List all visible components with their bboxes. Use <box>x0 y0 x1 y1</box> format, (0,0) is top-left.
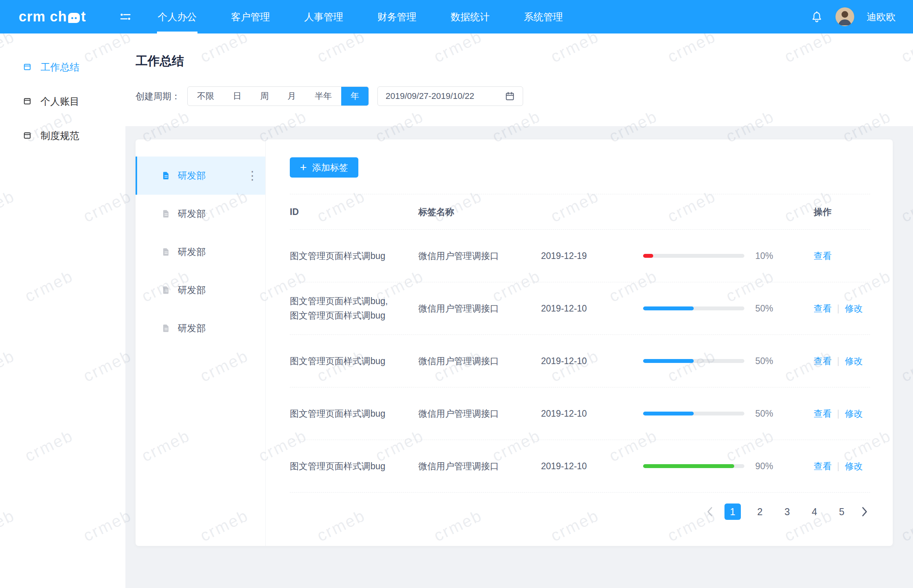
view-link[interactable]: 查看 <box>814 250 832 262</box>
header-tag-name: 标签名称 <box>418 206 541 218</box>
nav-item-personal-office[interactable]: 个人办公 <box>141 0 214 33</box>
nav-item-system-mgmt[interactable]: 系统管理 <box>507 0 580 33</box>
header-actions: 操作 <box>814 206 870 218</box>
tag-name-cell: 微信用户管理调接口 <box>418 355 541 367</box>
header-id: ID <box>290 207 418 217</box>
action-divider: | <box>837 461 839 472</box>
date-range-value: 2019/09/27-2019/10/22 <box>386 91 474 101</box>
date-cell: 2019-12-10 <box>541 356 643 366</box>
topbar-right: 迪欧欧 <box>811 7 896 26</box>
table-row: 图文管理页面样式调bug 微信用户管理调接口 2019-12-10 90% 查看… <box>290 440 870 493</box>
topbar: crm ch t 个人办公 客户管理 人事管理 财务管理 数据统计 系统管理 <box>0 0 913 33</box>
period-option-week[interactable]: 周 <box>251 87 278 106</box>
app-logo: crm ch t <box>19 9 86 25</box>
date-range-picker[interactable]: 2019/09/27-2019/10/22 <box>377 86 523 106</box>
personal-accounts-icon <box>23 97 32 106</box>
document-icon <box>161 171 171 180</box>
panel-card: 研发部 ⋮ 研发部 <box>136 139 893 546</box>
page-title: 工作总结 <box>136 53 897 69</box>
percent-cell: 90% <box>755 461 814 472</box>
task-id-cell: 图文管理页面样式调bug <box>290 459 418 474</box>
percent-cell: 10% <box>755 251 814 261</box>
percent-cell: 50% <box>755 356 814 366</box>
period-option-unlimited[interactable]: 不限 <box>188 87 224 106</box>
nav-item-finance-mgmt[interactable]: 财务管理 <box>360 0 434 33</box>
document-icon <box>161 285 171 295</box>
more-options-icon[interactable]: ⋮ <box>247 170 258 181</box>
percent-cell: 50% <box>755 408 814 419</box>
period-segmented-control: 不限 日 周 月 半年 年 <box>187 86 369 106</box>
view-link[interactable]: 查看 <box>814 408 832 420</box>
top-nav: 个人办公 客户管理 人事管理 财务管理 数据统计 系统管理 <box>141 0 580 33</box>
view-link[interactable]: 查看 <box>814 355 832 367</box>
date-cell: 2019-12-10 <box>541 303 643 314</box>
tag-name-cell: 微信用户管理调接口 <box>418 408 541 420</box>
work-summary-icon <box>23 62 32 72</box>
date-cell: 2019-12-10 <box>541 408 643 419</box>
edit-link[interactable]: 修改 <box>845 355 863 367</box>
period-option-month[interactable]: 月 <box>278 87 305 106</box>
add-tag-button[interactable]: + 添加标签 <box>290 157 358 178</box>
sidebar: 工作总结 个人账目 制度规范 <box>0 33 125 588</box>
period-option-year[interactable]: 年 <box>341 87 368 106</box>
date-cell: 2019-12-10 <box>541 461 643 472</box>
action-divider: | <box>837 356 839 366</box>
prev-page-icon[interactable] <box>707 507 714 517</box>
progress-bar <box>643 464 744 468</box>
avatar[interactable] <box>835 7 854 26</box>
sidebar-item-work-summary[interactable]: 工作总结 <box>0 50 125 84</box>
table-header-row: ID 标签名称 操作 <box>290 194 870 230</box>
task-id-cell: 图文管理页面样式调bug <box>290 354 418 368</box>
sidebar-item-regulations[interactable]: 制度规范 <box>0 118 125 153</box>
plus-icon: + <box>300 162 307 173</box>
logo-text-right: t <box>81 9 86 25</box>
page-button-3[interactable]: 3 <box>779 503 795 520</box>
progress-bar <box>643 306 744 310</box>
page-button-2[interactable]: 2 <box>752 503 768 520</box>
nav-item-customer-mgmt[interactable]: 客户管理 <box>214 0 287 33</box>
edit-link[interactable]: 修改 <box>845 408 863 420</box>
tags-table: ID 标签名称 操作 图文管理页面样式调bug 微信用户管理调接口 2019-1… <box>290 194 870 493</box>
period-option-day[interactable]: 日 <box>224 87 251 106</box>
progress-bar <box>643 359 744 363</box>
nav-item-hr-mgmt[interactable]: 人事管理 <box>287 0 360 33</box>
page-button-5[interactable]: 5 <box>834 503 850 520</box>
department-item-0[interactable]: 研发部 ⋮ <box>136 157 265 195</box>
chat-bubble-icon <box>68 13 80 23</box>
regulations-icon <box>23 131 32 140</box>
progress-bar <box>643 254 744 258</box>
table-row: 图文管理页面样式调bug 微信用户管理调接口 2019-12-19 10% 查看 <box>290 230 870 282</box>
edit-link[interactable]: 修改 <box>845 460 863 472</box>
sidebar-item-personal-accounts[interactable]: 个人账目 <box>0 84 125 118</box>
progress-bar <box>643 412 744 415</box>
department-list: 研发部 ⋮ 研发部 <box>136 139 266 546</box>
table-area: + 添加标签 ID 标签名称 操作 图文管理页面样式调bug 微信用户管理调接口 <box>266 139 893 546</box>
department-item-1[interactable]: 研发部 <box>136 195 265 233</box>
view-link[interactable]: 查看 <box>814 303 832 315</box>
edit-link[interactable]: 修改 <box>845 303 863 315</box>
action-divider: | <box>837 408 839 419</box>
nav-item-data-stats[interactable]: 数据统计 <box>434 0 507 33</box>
logo-text-left: crm ch <box>19 9 67 25</box>
page-button-1[interactable]: 1 <box>724 503 741 520</box>
filter-row: 创建周期： 不限 日 周 月 半年 年 2019/09/27-2019/10/2… <box>136 86 897 106</box>
view-link[interactable]: 查看 <box>814 460 832 472</box>
notification-bell-icon[interactable] <box>811 11 823 23</box>
percent-cell: 50% <box>755 303 814 314</box>
table-row: 图文管理页面样式调bug 微信用户管理调接口 2019-12-10 50% 查看… <box>290 387 870 440</box>
page-button-4[interactable]: 4 <box>806 503 823 520</box>
department-item-3[interactable]: 研发部 <box>136 271 265 309</box>
task-id-cell: 图文管理页面样式调bug, 图文管理页面样式调bug <box>290 294 418 323</box>
task-id-cell: 图文管理页面样式调bug <box>290 249 418 263</box>
action-divider: | <box>837 303 839 314</box>
menu-toggle-icon[interactable] <box>119 10 132 23</box>
department-item-2[interactable]: 研发部 <box>136 233 265 271</box>
content-area: 研发部 ⋮ 研发部 <box>125 126 913 588</box>
pagination: 1 2 3 4 5 <box>290 503 868 520</box>
department-item-4[interactable]: 研发部 <box>136 309 265 347</box>
period-option-half-year[interactable]: 半年 <box>305 87 341 106</box>
document-icon <box>161 247 171 257</box>
next-page-icon[interactable] <box>861 507 868 517</box>
tag-name-cell: 微信用户管理调接口 <box>418 303 541 315</box>
username[interactable]: 迪欧欧 <box>867 11 896 23</box>
